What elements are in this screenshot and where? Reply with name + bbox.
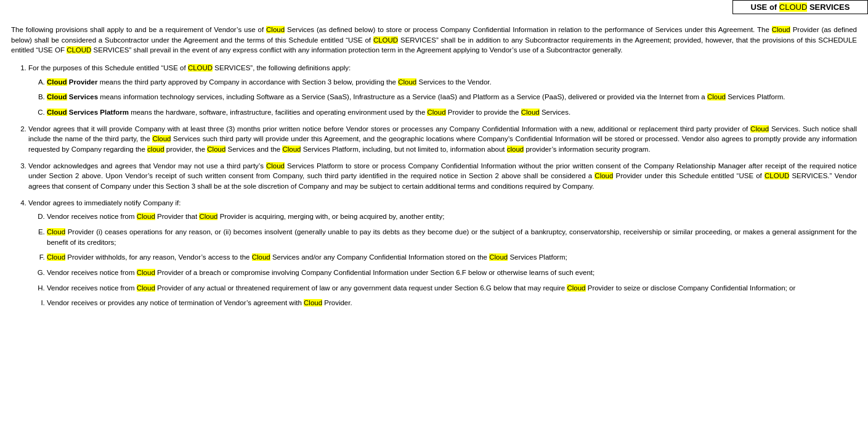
cloud-highlight-2: Cloud bbox=[772, 26, 790, 33]
cloud-D2: Cloud bbox=[199, 213, 217, 220]
cloud-s3-1: Cloud bbox=[266, 162, 285, 170]
cloud-F2: Cloud bbox=[252, 253, 270, 261]
cloud-C3: Cloud bbox=[521, 109, 540, 116]
cloud-s2-2: Cloud bbox=[152, 135, 171, 142]
cloud-F3: Cloud bbox=[489, 253, 508, 261]
cloud-C2: Cloud bbox=[427, 109, 445, 116]
sub-item-F: Cloud Provider withholds, for any reason… bbox=[47, 252, 857, 263]
main-list: For the purposes of this Schedule entitl… bbox=[11, 63, 857, 308]
cloud-highlight-1: Cloud bbox=[266, 26, 285, 33]
term-C: Cloud Services Platform bbox=[47, 109, 129, 116]
cloud-s3-2: Cloud bbox=[594, 172, 613, 179]
sub-item-I: Vendor receives or provides any notice o… bbox=[47, 298, 857, 308]
intro-paragraph: The following provisions shall apply to … bbox=[11, 25, 857, 55]
cloud-G1: Cloud bbox=[137, 269, 155, 276]
cloud-A2: Cloud bbox=[398, 78, 416, 86]
section-2: Vendor agrees that it will provide Compa… bbox=[28, 124, 857, 155]
content-area: The following provisions shall apply to … bbox=[0, 0, 868, 327]
sub-list-4: Vendor receives notice from Cloud Provid… bbox=[28, 211, 857, 308]
cloud-s2-5: Cloud bbox=[282, 146, 301, 153]
section-1: For the purposes of this Schedule entitl… bbox=[28, 63, 857, 118]
cloud-s2-1: Cloud bbox=[750, 125, 769, 133]
sub-item-E: Cloud Provider (i) ceases operations for… bbox=[47, 227, 857, 247]
sub-item-C: Cloud Services Platform means the hardwa… bbox=[47, 107, 857, 118]
cloud-C: Cloud bbox=[47, 109, 67, 116]
sub-item-B: Cloud Services means information technol… bbox=[47, 92, 857, 102]
sub-item-A: Cloud Provider means the third party app… bbox=[47, 77, 857, 88]
cloud-H1: Cloud bbox=[137, 284, 155, 292]
term-A: Cloud Provider bbox=[47, 78, 97, 86]
term-B: Cloud Services bbox=[47, 93, 98, 100]
cloud-B2: Cloud bbox=[707, 93, 726, 100]
cloud-A: Cloud bbox=[47, 78, 67, 86]
cloud-highlight-4: CLOUD bbox=[67, 46, 91, 54]
cloud-B: Cloud bbox=[47, 93, 67, 100]
cloud-highlight-header: CLOUD bbox=[779, 2, 808, 12]
header-bar: USE of CLOUD SERVICES bbox=[732, 0, 868, 14]
cloud-s2-4: Cloud bbox=[207, 146, 225, 153]
section-4: Vendor agrees to immediately notify Comp… bbox=[28, 198, 857, 308]
cloud-F1: Cloud bbox=[47, 253, 65, 261]
cloud-E1: Cloud bbox=[47, 228, 65, 236]
cloud-I1: Cloud bbox=[304, 299, 322, 306]
cloud-s2-3: cloud bbox=[147, 146, 164, 153]
sub-item-D: Vendor receives notice from Cloud Provid… bbox=[47, 211, 857, 222]
sub-list-1: Cloud Provider means the third party app… bbox=[28, 77, 857, 118]
page-container: USE of CLOUD SERVICES The following prov… bbox=[0, 0, 868, 447]
sub-item-G: Vendor receives notice from Cloud Provid… bbox=[47, 268, 857, 278]
cloud-s3-3: CLOUD bbox=[765, 172, 789, 179]
cloud-s2-6: cloud bbox=[507, 146, 524, 153]
cloud-highlight-3: CLOUD bbox=[373, 36, 398, 44]
cloud-D1: Cloud bbox=[137, 213, 155, 220]
sub-item-H: Vendor receives notice from Cloud Provid… bbox=[47, 283, 857, 293]
header-text: USE of CLOUD SERVICES bbox=[751, 2, 850, 12]
section-3: Vendor acknowledges and agrees that Vend… bbox=[28, 161, 857, 192]
cloud-s1: CLOUD bbox=[188, 64, 213, 72]
cloud-H2: Cloud bbox=[567, 284, 585, 292]
